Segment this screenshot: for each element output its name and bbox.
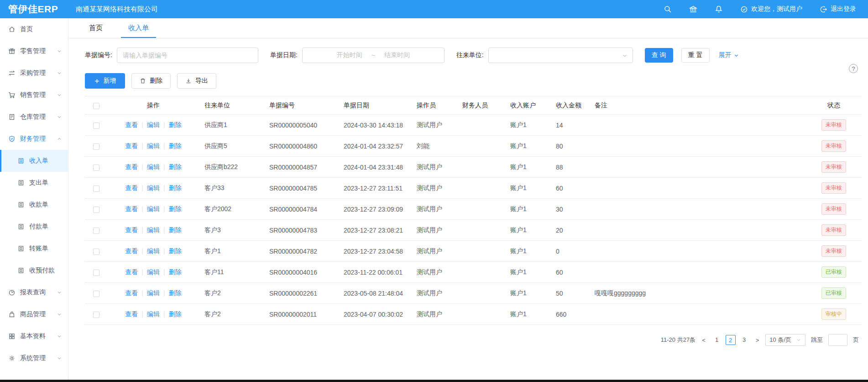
view-link[interactable]: 查看 [125,268,138,276]
sidebar-item-15[interactable]: 系统管理 [0,347,68,369]
sidebar-item-6[interactable]: 收入单 [0,150,68,172]
sidebar-item-0[interactable]: 首页 [0,18,68,40]
delete-link[interactable]: 删除 [169,247,182,255]
bill-no-cell: SR00000005040 [264,115,338,136]
next-page-button[interactable]: > [755,337,760,344]
edit-link[interactable]: 编辑 [147,163,160,170]
delete-link[interactable]: 删除 [169,163,182,170]
doc-icon [17,201,25,208]
page-button-2[interactable]: 2 [726,335,736,345]
page-button-1[interactable]: 1 [712,335,722,345]
sidebar-item-5[interactable]: 财务管理 [0,128,68,150]
table-row: 查看|编辑|删除客户2002SR000000047842023-12-27 23… [85,199,862,220]
logout-button[interactable]: 退出登录 [820,5,856,13]
sidebar-item-label: 转账单 [29,244,68,253]
sidebar-item-3[interactable]: 销售管理 [0,84,68,106]
edit-link[interactable]: 编辑 [147,268,160,276]
sidebar-item-10[interactable]: 转账单 [0,238,68,260]
operator-cell: 测试用户 [411,241,457,262]
delete-link[interactable]: 删除 [169,184,182,191]
export-button[interactable]: 导出 [177,73,216,89]
search-button[interactable]: 查 询 [645,48,673,63]
edit-link[interactable]: 编辑 [147,205,160,212]
sidebar-item-12[interactable]: 报表查询 [0,281,68,303]
prev-page-button[interactable]: < [701,337,706,344]
operator-cell: 测试用户 [411,304,457,325]
sidebar-item-7[interactable]: 支出单 [0,172,68,194]
edit-link[interactable]: 编辑 [147,310,160,318]
help-icon[interactable]: ? [849,64,858,73]
row-checkbox[interactable] [93,228,99,234]
delete-link[interactable]: 删除 [169,121,182,128]
chevron-down-icon [57,355,62,361]
tab-0[interactable]: 首页 [88,18,104,38]
sidebar-item-4[interactable]: 仓库管理 [0,106,68,128]
user-welcome[interactable]: 欢迎您，测试用户 [740,5,802,13]
view-link[interactable]: 查看 [125,247,138,255]
date-range-input[interactable]: 开始时间 ~ 结束时间 [302,48,444,63]
delete-link[interactable]: 删除 [169,310,182,318]
row-checkbox[interactable] [93,143,99,150]
sidebar-item-1[interactable]: 零售管理 [0,40,68,62]
view-link[interactable]: 查看 [125,121,138,128]
sidebar-item-label: 收入单 [29,157,68,165]
table-row: 查看|编辑|删除客户2SR000000020112023-04-07 00:30… [85,304,862,325]
add-button[interactable]: 新增 [85,73,125,89]
expand-link[interactable]: 展开 [719,51,739,59]
sidebar-item-14[interactable]: 基本资料 [0,325,68,347]
row-checkbox[interactable] [93,186,99,192]
edit-link[interactable]: 编辑 [147,247,160,255]
amount-cell: 0 [550,241,589,262]
status-cell: 未审核 [806,199,862,220]
sidebar-item-13[interactable]: 商品管理 [0,303,68,325]
edit-link[interactable]: 编辑 [147,226,160,233]
row-checkbox[interactable] [93,122,99,129]
search-icon[interactable] [664,5,672,13]
bill-no-input[interactable] [117,48,258,63]
sidebar-item-label: 基本资料 [20,332,57,340]
row-checkbox[interactable] [93,164,99,171]
delete-link[interactable]: 删除 [169,142,182,149]
account-cell: 账户1 [505,178,550,199]
edit-link[interactable]: 编辑 [147,142,160,149]
sidebar-item-label: 采购管理 [20,69,57,77]
jump-page-input[interactable] [828,334,847,346]
sidebar-item-9[interactable]: 付款单 [0,216,68,238]
partner-select[interactable] [488,48,633,63]
row-checkbox[interactable] [93,270,99,276]
amount-cell: 14 [550,115,589,136]
view-link[interactable]: 查看 [125,226,138,233]
sidebar-item-11[interactable]: 收预付款 [0,260,68,281]
view-link[interactable]: 查看 [125,289,138,297]
reset-button[interactable]: 重 置 [681,48,710,63]
view-link[interactable]: 查看 [125,184,138,191]
delete-link[interactable]: 删除 [169,289,182,297]
edit-link[interactable]: 编辑 [147,184,160,191]
delete-link[interactable]: 删除 [169,268,182,276]
bank-icon[interactable] [689,5,697,13]
view-link[interactable]: 查看 [125,310,138,318]
row-checkbox[interactable] [93,207,99,213]
page-size-select[interactable]: 10 条/页 [765,334,805,346]
view-link[interactable]: 查看 [125,205,138,212]
sidebar-item-8[interactable]: 收款单 [0,194,68,216]
view-link[interactable]: 查看 [125,163,138,170]
delete-link[interactable]: 删除 [169,226,182,233]
sidebar-item-2[interactable]: 采购管理 [0,62,68,84]
sidebar-item-label: 收款单 [29,201,68,209]
delete-button[interactable]: 删除 [131,73,171,89]
table-row: 查看|编辑|删除客户2SR000000022612023-05-08 21:48… [85,283,862,304]
row-checkbox[interactable] [93,291,99,297]
edit-link[interactable]: 编辑 [147,121,160,128]
bell-icon[interactable] [715,5,723,13]
row-checkbox[interactable] [93,249,99,255]
date-cell: 2023-11-22 00:06:01 [338,262,411,283]
row-checkbox[interactable] [93,312,99,318]
delete-link[interactable]: 删除 [169,205,182,212]
tab-1[interactable]: 收入单 [127,18,150,38]
view-link[interactable]: 查看 [125,142,138,149]
select-all-checkbox[interactable] [93,103,99,109]
page-button-3[interactable]: 3 [739,335,749,345]
edit-link[interactable]: 编辑 [147,289,160,297]
finance-cell [457,199,505,220]
